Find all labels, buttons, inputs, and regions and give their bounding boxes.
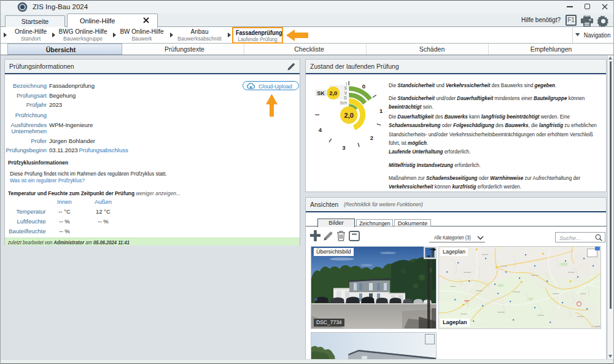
svg-text:Sch: Sch [340,101,348,105]
svg-text:4: 4 [319,126,322,133]
svg-text:SK: SK [317,90,325,96]
svg-text:2,0: 2,0 [344,112,354,119]
svg-text:S: S [344,86,348,90]
svg-text:V: V [344,91,348,95]
svg-text:3: 3 [342,144,345,151]
svg-text:Lageplan: Lageplan [593,325,600,328]
svg-text:0: 0 [362,83,365,90]
svg-text:D: D [344,96,347,100]
svg-text:2,0: 2,0 [329,90,337,96]
svg-text:2: 2 [370,134,373,141]
svg-text:1: 1 [379,107,383,114]
